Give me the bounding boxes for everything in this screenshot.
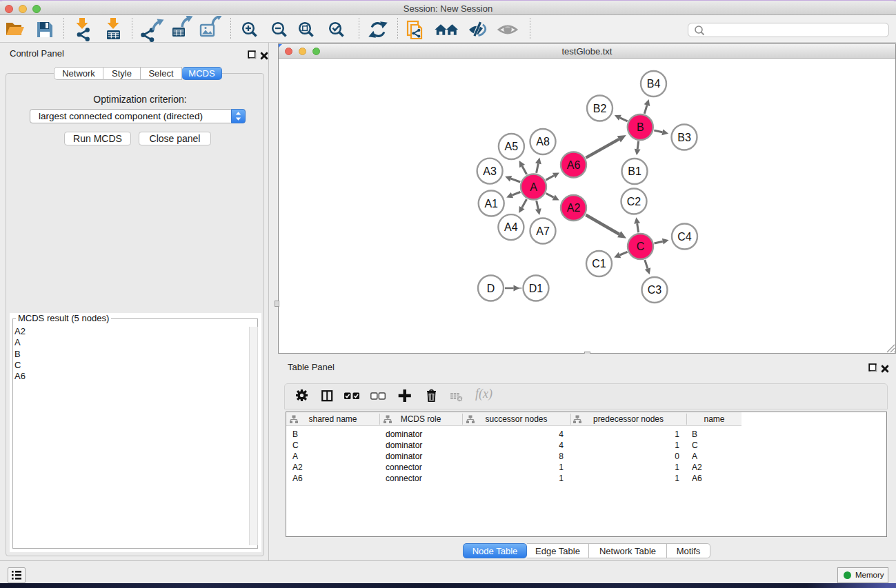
svg-text:C: C: [637, 241, 645, 252]
svg-text:A1: A1: [484, 198, 498, 210]
svg-text:C1: C1: [592, 258, 606, 270]
svg-text:B: B: [637, 121, 644, 133]
svg-text:C2: C2: [627, 196, 641, 207]
svg-text:B1: B1: [628, 165, 641, 177]
svg-text:B4: B4: [647, 78, 661, 90]
svg-text:A7: A7: [536, 225, 550, 237]
svg-text:A8: A8: [536, 136, 550, 148]
svg-text:C3: C3: [648, 284, 662, 296]
svg-text:A4: A4: [504, 221, 518, 233]
svg-text:D: D: [487, 283, 495, 294]
svg-text:C4: C4: [677, 231, 692, 243]
svg-text:B3: B3: [677, 132, 691, 143]
svg-text:B2: B2: [593, 103, 607, 114]
svg-text:A3: A3: [483, 165, 497, 177]
svg-text:A6: A6: [567, 159, 581, 171]
svg-text:D1: D1: [529, 283, 544, 294]
svg-text:A2: A2: [567, 202, 581, 214]
svg-text:A5: A5: [505, 141, 519, 152]
svg-text:A: A: [530, 181, 537, 193]
